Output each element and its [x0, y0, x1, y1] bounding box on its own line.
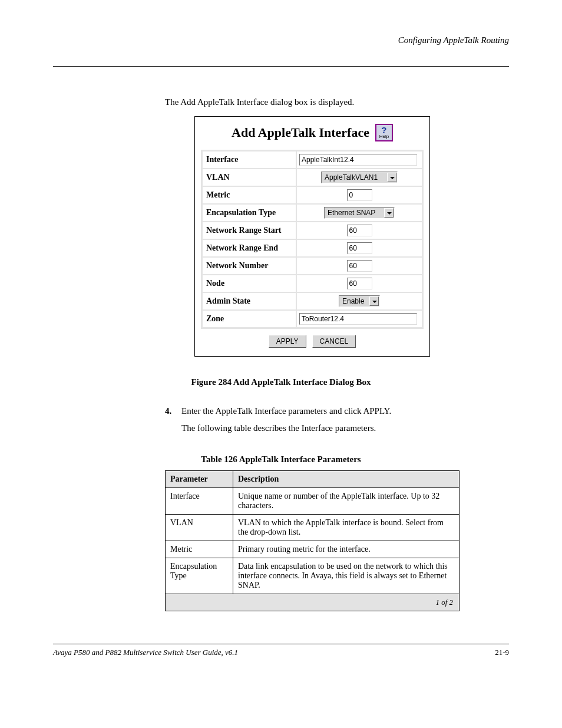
param-desc: Unique name or number of the AppleTalk i… [233, 487, 459, 514]
nrstart-label: Network Range Start [202, 222, 296, 239]
figure-caption: Figure 284 Add AppleTalk Interface Dialo… [53, 377, 509, 387]
col-parameter: Parameter [166, 470, 233, 487]
param-desc: VLAN to which the AppleTalk interface is… [233, 514, 459, 541]
nrend-label: Network Range End [202, 239, 296, 257]
footer-doc-title: Avaya P580 and P882 Multiservice Switch … [53, 648, 238, 657]
param-name: Metric [166, 541, 233, 558]
param-name: Encapsulation Type [166, 558, 233, 594]
dialog-title: Add AppleTalk Interface [232, 125, 369, 140]
help-label: Help [376, 134, 392, 139]
vlan-select[interactable]: AppleTalkVLAN1 [321, 172, 398, 183]
admin-label: Admin State [202, 292, 296, 310]
nrstart-input[interactable] [347, 225, 372, 236]
apply-button[interactable]: APPLY [269, 335, 306, 348]
node-label: Node [202, 275, 296, 292]
netnum-input[interactable] [347, 260, 372, 272]
param-desc: Data link encapsulation to be used on th… [233, 558, 459, 594]
encap-select[interactable]: Ethernet SNAP [324, 207, 395, 219]
admin-select[interactable]: Enable [339, 295, 380, 307]
parameter-table: Parameter Description Interface Unique n… [165, 470, 459, 611]
interface-input[interactable] [299, 154, 417, 166]
interface-label: Interface [202, 151, 296, 169]
table-intro: The following table describes the Interf… [181, 422, 509, 434]
col-description: Description [233, 470, 459, 487]
help-icon: ? [376, 126, 392, 134]
nrend-input[interactable] [347, 242, 372, 254]
footer-rule [53, 644, 509, 644]
intro-paragraph: The Add AppleTalk Interface dialog box i… [165, 96, 509, 108]
chevron-down-icon [387, 173, 396, 182]
param-desc: Primary routing metric for the interface… [233, 541, 459, 558]
footer-page-number: 21-9 [495, 648, 509, 657]
metric-input[interactable] [347, 189, 372, 201]
zone-label: Zone [202, 310, 296, 328]
page-header-right: Configuring AppleTalk Routing [53, 35, 509, 45]
metric-label: Metric [202, 186, 296, 204]
netnum-label: Network Number [202, 257, 296, 275]
param-name: VLAN [166, 514, 233, 541]
vlan-label: VLAN [202, 169, 296, 186]
form-grid: Interface VLAN AppleTalkVLAN1 Metric Enc… [201, 150, 424, 329]
cancel-button[interactable]: CANCEL [312, 335, 356, 348]
header-rule [53, 66, 509, 67]
table-caption: Table 126 AppleTalk Interface Parameters [53, 454, 509, 465]
chevron-down-icon [369, 297, 379, 306]
param-name: Interface [166, 487, 233, 514]
zone-input[interactable] [299, 313, 417, 325]
instruction-line: 4.Enter the AppleTalk Interface paramete… [165, 405, 509, 417]
node-input[interactable] [347, 278, 372, 289]
encap-label: Encapsulation Type [202, 204, 296, 222]
help-button[interactable]: ? Help [375, 124, 393, 141]
table-sheet-indicator: 1 of 2 [166, 594, 459, 611]
add-appletalk-interface-dialog: Add AppleTalk Interface ? Help Interface… [194, 116, 430, 357]
chevron-down-icon [384, 208, 394, 218]
